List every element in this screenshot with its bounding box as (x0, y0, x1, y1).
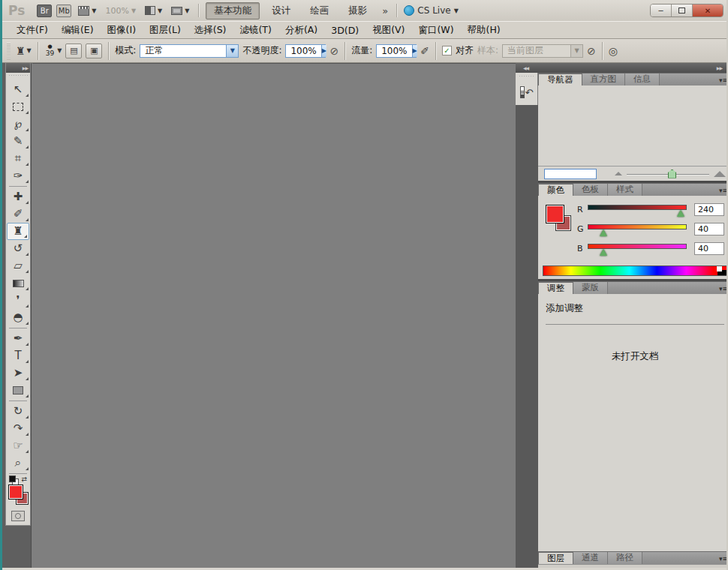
opacity-input[interactable]: 100% ▶ (285, 44, 326, 58)
aligned-checkbox[interactable]: ✓ (442, 46, 452, 56)
foreground-color-swatch[interactable] (8, 484, 23, 500)
navigator-zoom-input[interactable] (544, 169, 597, 179)
green-value-input[interactable]: 40 (694, 223, 724, 236)
dodge-tool[interactable]: ◓ (6, 309, 30, 326)
hand-tool[interactable]: ☞ (6, 437, 30, 454)
clone-stamp-tool[interactable]: ♜ (7, 223, 29, 240)
menu-view[interactable]: 视图(V) (366, 22, 411, 38)
zoom-level-dropdown[interactable]: 100% ▼ (103, 6, 138, 16)
default-colors-icon[interactable] (9, 476, 16, 482)
workspace-overflow-button[interactable]: » (379, 5, 390, 16)
airbrush-toggle-icon[interactable]: ✐ (420, 45, 429, 57)
quick-selection-tool[interactable]: ✎ (6, 133, 30, 150)
red-slider-thumb[interactable] (677, 210, 684, 217)
spot-healing-brush-tool[interactable]: ✚ (6, 188, 30, 206)
tab-navigator[interactable]: 导航器 (538, 74, 582, 86)
tab-info[interactable]: 信息 (625, 74, 660, 86)
collapse-dock-icon[interactable]: ▶▶ (717, 65, 722, 70)
blue-slider-thumb[interactable] (600, 249, 607, 256)
quick-mask-button[interactable] (6, 507, 30, 525)
tab-paths[interactable]: 路径 (608, 552, 642, 564)
rectangle-tool[interactable] (6, 382, 30, 399)
menu-edit[interactable]: 编辑(E) (55, 22, 101, 38)
ignore-adjustment-layers-icon[interactable]: ⊘ (587, 45, 596, 57)
menu-help[interactable]: 帮助(H) (461, 22, 507, 38)
gradient-tool[interactable] (6, 274, 30, 292)
flow-input[interactable]: 100% ▶ (376, 44, 417, 58)
eyedropper-tool[interactable]: ✑ (6, 167, 30, 184)
color-spectrum-ramp[interactable] (543, 266, 727, 276)
blue-channel-slider[interactable] (588, 242, 687, 254)
zoom-out-icon[interactable] (615, 172, 622, 176)
workspace-essentials-button[interactable]: 基本功能 (206, 2, 260, 20)
brush-tool[interactable]: ✐ (6, 206, 30, 223)
blur-tool[interactable]: ❜ (6, 292, 30, 309)
close-button[interactable]: ✕ (693, 4, 723, 16)
tab-color[interactable]: 颜色 (538, 184, 573, 196)
move-tool[interactable]: ↖ (6, 81, 30, 98)
menu-file[interactable]: 文件(F) (10, 22, 55, 38)
menu-layer[interactable]: 图层(L) (143, 22, 188, 38)
minimize-button[interactable]: ─ (651, 4, 672, 16)
red-value-input[interactable]: 240 (694, 203, 724, 216)
brush-preset-picker[interactable]: ● 39 ▼ (44, 44, 62, 57)
arrange-documents-button[interactable]: ▼ (143, 6, 164, 15)
green-slider-thumb[interactable] (600, 230, 607, 236)
pen-tool[interactable]: ✒ (6, 330, 30, 347)
tab-adjustments[interactable]: 调整 (538, 282, 573, 294)
tablet-opacity-icon[interactable]: ⊘ (329, 45, 338, 57)
type-tool[interactable]: T (6, 347, 30, 364)
swap-colors-icon[interactable]: ⇄ (21, 476, 27, 483)
crop-tool[interactable]: ⌗ (6, 150, 30, 167)
tool-preset-picker[interactable]: ♜ ▼ (16, 45, 32, 57)
workspace-painting-button[interactable]: 绘画 (302, 3, 336, 19)
green-channel-slider[interactable] (588, 223, 687, 235)
restore-button[interactable] (672, 4, 693, 16)
toggle-brush-panel-button[interactable]: ▤ (65, 44, 82, 58)
history-panel-button[interactable]: ↶ (517, 84, 536, 100)
tools-collapse-button[interactable]: ▶▶ (6, 63, 30, 73)
blend-mode-select[interactable]: 正常 ▼ (140, 44, 239, 58)
zoom-tool[interactable]: ⌕ (6, 454, 30, 472)
red-channel-slider[interactable] (588, 203, 687, 215)
history-brush-tool[interactable]: ↺ (6, 240, 30, 257)
menu-image[interactable]: 图像(I) (101, 22, 143, 38)
tools-grip[interactable] (8, 74, 28, 81)
cs-live-button[interactable]: CS Live ▼ (404, 5, 458, 16)
3d-rotate-tool[interactable]: ↻ (6, 403, 30, 420)
menu-3d[interactable]: 3D(D) (324, 23, 366, 38)
slider-thumb[interactable] (668, 170, 676, 178)
options-bar-grip[interactable] (7, 43, 11, 59)
blue-value-input[interactable]: 40 (694, 242, 724, 255)
screen-mode-button[interactable]: ▼ (169, 7, 191, 15)
tablet-pressure-size-icon[interactable]: ◎ (609, 45, 618, 57)
tab-layers[interactable]: 图层 (538, 552, 573, 564)
eraser-tool[interactable]: ▱ (6, 257, 30, 274)
tab-styles[interactable]: 样式 (608, 184, 642, 196)
tab-swatches[interactable]: 色板 (573, 184, 608, 196)
tab-histogram[interactable]: 直方图 (582, 74, 626, 86)
workspace-design-button[interactable]: 设计 (264, 3, 298, 19)
sample-select[interactable]: 当前图层 ▼ (502, 44, 583, 58)
tab-masks[interactable]: 蒙版 (573, 282, 608, 294)
launch-mini-bridge-button[interactable]: Mb (56, 4, 71, 17)
menu-analysis[interactable]: 分析(A) (278, 22, 324, 38)
menu-window[interactable]: 窗口(W) (411, 22, 460, 38)
navigator-zoom-slider[interactable] (627, 169, 709, 179)
workspace-photography-button[interactable]: 摄影 (341, 3, 375, 19)
view-extras-button[interactable]: ▼ (76, 6, 98, 16)
panel-foreground-swatch[interactable] (546, 205, 564, 224)
launch-bridge-button[interactable]: Br (37, 4, 52, 17)
zoom-in-icon[interactable] (714, 171, 726, 177)
path-selection-tool[interactable]: ➤ (6, 364, 30, 382)
toggle-clone-source-panel-button[interactable]: ▣ (86, 44, 102, 58)
lasso-tool[interactable]: ℘ (6, 116, 30, 133)
strip-grip[interactable] (519, 75, 534, 81)
3d-orbit-tool[interactable]: ↷ (6, 420, 30, 437)
menu-select[interactable]: 选择(S) (188, 22, 233, 38)
expand-dock-icon[interactable]: ◀◀ (523, 65, 528, 70)
rectangular-marquee-tool[interactable] (6, 98, 30, 116)
menu-filter[interactable]: 滤镜(T) (233, 22, 278, 38)
tab-channels[interactable]: 通道 (573, 552, 608, 564)
spectrum-white-swatch[interactable] (717, 266, 722, 272)
